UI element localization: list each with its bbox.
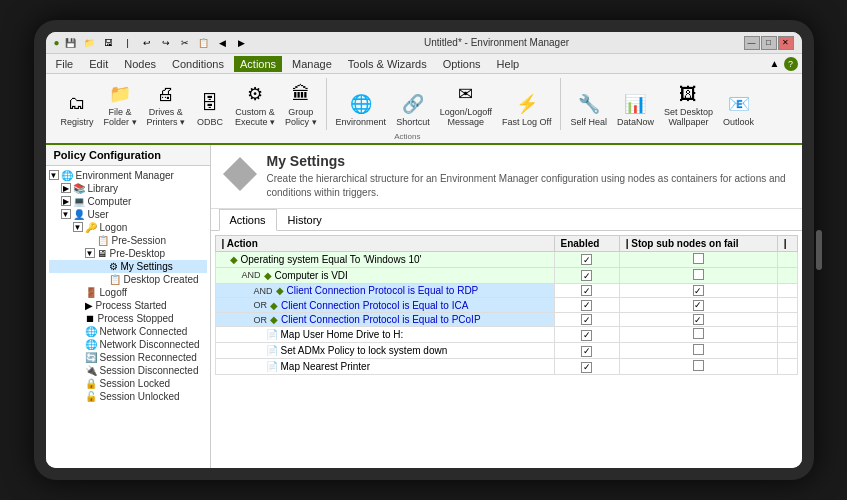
tree-item-computer[interactable]: ▶ 💻 Computer	[49, 195, 207, 208]
minimize-button[interactable]: —	[744, 36, 760, 50]
condition-icon-3: ◆	[276, 285, 284, 296]
logon-message-icon: ✉	[452, 80, 480, 108]
condition-icon-4: ◆	[270, 300, 278, 311]
ribbon-drives-button[interactable]: 🖨 Drives &Printers ▾	[144, 78, 189, 130]
ribbon-datanow-button[interactable]: 📊 DataNow	[614, 88, 657, 130]
menu-manage[interactable]: Manage	[286, 56, 338, 72]
checkbox-stop-7[interactable]	[693, 344, 704, 355]
tree-item-sessiondisconnected[interactable]: 🔌 Session Disconnected	[49, 364, 207, 377]
tree-item-user[interactable]: ▼ 👤 User	[49, 208, 207, 221]
tab-history[interactable]: History	[277, 209, 333, 231]
menu-edit[interactable]: Edit	[83, 56, 114, 72]
save-icon[interactable]: 💾	[63, 35, 79, 51]
ribbon-custom-button[interactable]: ⚙ Custom &Execute ▾	[232, 78, 278, 130]
ribbon-shortcut-button[interactable]: 🔗 Shortcut	[393, 88, 433, 130]
copy-icon[interactable]: 📋	[196, 35, 212, 51]
tree-container[interactable]: ▼ 🌐 Environment Manager ▶ 📚 Library ▶ 💻	[46, 166, 210, 468]
tree-toggle-logon[interactable]: ▼	[73, 222, 83, 232]
ribbon-group-actions: 🗂 Registry 📁 File &Folder ▾ 🖨 Drives &Pr…	[52, 78, 764, 141]
tree-item-library[interactable]: ▶ 📚 Library	[49, 182, 207, 195]
action-cell-5: OR ◆ Client Connection Protocol is Equal…	[215, 312, 554, 327]
tree-item-presession[interactable]: 📋 Pre-Session	[49, 234, 207, 247]
tablet-frame: ● 💾 📁 🖫 | ↩ ↪ ✂ 📋 ◀ ▶ Untitled* - Enviro…	[34, 20, 814, 480]
checkbox-stop-6[interactable]	[693, 328, 704, 339]
ribbon-toggle[interactable]: ▲	[770, 58, 780, 69]
tree-item-sessionlocked[interactable]: 🔒 Session Locked	[49, 377, 207, 390]
checkbox-enabled-2[interactable]: ✓	[581, 270, 592, 281]
tree-item-logon[interactable]: ▼ 🔑 Logon	[49, 221, 207, 234]
ribbon-registry-button[interactable]: 🗂 Registry	[58, 88, 97, 130]
menu-tools[interactable]: Tools & Wizards	[342, 56, 433, 72]
checkbox-enabled-5[interactable]: ✓	[581, 314, 592, 325]
tree-toggle-computer[interactable]: ▶	[61, 196, 71, 206]
tree-toggle-user[interactable]: ▼	[61, 209, 71, 219]
checkbox-stop-1[interactable]	[693, 253, 704, 264]
fastlogoff-icon: ⚡	[513, 90, 541, 118]
ribbon-environment-button[interactable]: 🌐 Environment	[333, 88, 390, 130]
checkbox-enabled-3[interactable]: ✓	[581, 285, 592, 296]
checkbox-enabled-4[interactable]: ✓	[581, 300, 592, 311]
checkbox-stop-8[interactable]	[693, 360, 704, 371]
window-title: Untitled* - Environment Manager	[424, 37, 569, 48]
registry-icon: 🗂	[63, 90, 91, 118]
tree-item-processstarted[interactable]: ▶ Process Started	[49, 299, 207, 312]
tree-item-predesktop[interactable]: ▼ 🖥 Pre-Desktop	[49, 247, 207, 260]
cut-icon[interactable]: ✂	[177, 35, 193, 51]
tree-item-mysettings[interactable]: ⚙ My Settings	[49, 260, 207, 273]
menu-conditions[interactable]: Conditions	[166, 56, 230, 72]
checkbox-enabled-1[interactable]: ✓	[581, 254, 592, 265]
maximize-button[interactable]: □	[761, 36, 777, 50]
tree-label-processstarted: Process Started	[96, 300, 167, 311]
filefolder-label: File &Folder ▾	[104, 108, 137, 128]
ribbon-fastlogoff-button[interactable]: ⚡ Fast Log Off	[499, 88, 554, 130]
checkbox-stop-5[interactable]: ✓	[693, 314, 704, 325]
menu-nodes[interactable]: Nodes	[118, 56, 162, 72]
menu-help[interactable]: Help	[491, 56, 526, 72]
ribbon-group-policy-button[interactable]: 🏛 GroupPolicy ▾	[282, 78, 320, 130]
tree-label-logon: Logon	[100, 222, 128, 233]
action-table-container[interactable]: | Action Enabled | Stop sub nodes on fai…	[211, 231, 802, 468]
back-icon[interactable]: ◀	[215, 35, 231, 51]
redo-icon[interactable]: ↪	[158, 35, 174, 51]
action-label-1: Operating system Equal To 'Windows 10'	[241, 254, 422, 265]
tree-toggle-predesktop[interactable]: ▼	[85, 248, 95, 258]
tree-item-sessionunlocked[interactable]: 🔓 Session Unlocked	[49, 390, 207, 403]
save2-icon[interactable]: 🖫	[101, 35, 117, 51]
ribbon-selfheal-button[interactable]: 🔧 Self Heal	[567, 88, 610, 130]
ribbon-logon-message-button[interactable]: ✉ Logon/LogoffMessage	[437, 78, 495, 130]
tree-toggle-em[interactable]: ▼	[49, 170, 59, 180]
tree-item-desktopcreated[interactable]: 📋 Desktop Created	[49, 273, 207, 286]
tab-actions[interactable]: Actions	[219, 209, 277, 231]
help-icon[interactable]: ?	[784, 57, 798, 71]
tree-toggle-lib[interactable]: ▶	[61, 183, 71, 193]
ribbon-odbc-button[interactable]: 🗄 ODBC	[192, 88, 228, 130]
open-icon[interactable]: 📁	[82, 35, 98, 51]
menu-options[interactable]: Options	[437, 56, 487, 72]
checkbox-stop-4[interactable]: ✓	[693, 300, 704, 311]
prefix-4: OR	[254, 300, 268, 310]
undo-icon[interactable]: ↩	[139, 35, 155, 51]
enabled-cell-1: ✓	[554, 251, 619, 267]
close-button[interactable]: ✕	[778, 36, 794, 50]
tree-item-sessionreconnected[interactable]: 🔄 Session Reconnected	[49, 351, 207, 364]
checkbox-stop-3[interactable]: ✓	[693, 285, 704, 296]
menu-file[interactable]: File	[50, 56, 80, 72]
tree-item-networkdisconnected[interactable]: 🌐 Network Disconnected	[49, 338, 207, 351]
ribbon-group-name: Actions	[394, 132, 420, 141]
sessiondisconnected-icon: 🔌	[85, 365, 97, 376]
tree-item-logoff[interactable]: 🚪 Logoff	[49, 286, 207, 299]
checkbox-enabled-8[interactable]: ✓	[581, 362, 592, 373]
ribbon-filefolder-button[interactable]: 📁 File &Folder ▾	[101, 78, 140, 130]
save3-icon[interactable]: |	[120, 35, 136, 51]
forward-icon[interactable]: ▶	[234, 35, 250, 51]
tree-item-processstopped[interactable]: ⏹ Process Stopped	[49, 312, 207, 325]
menu-actions[interactable]: Actions	[234, 56, 282, 72]
ribbon-wallpaper-button[interactable]: 🖼 Set DesktopWallpaper	[661, 78, 716, 130]
action-cell-6: 📄 Map User Home Drive to H:	[215, 327, 554, 343]
checkbox-enabled-7[interactable]: ✓	[581, 346, 592, 357]
checkbox-stop-2[interactable]	[693, 269, 704, 280]
tree-item-environment-manager[interactable]: ▼ 🌐 Environment Manager	[49, 169, 207, 182]
tree-item-networkconnected[interactable]: 🌐 Network Connected	[49, 325, 207, 338]
ribbon-outlook-button[interactable]: 📧 Outlook	[720, 88, 757, 130]
checkbox-enabled-6[interactable]: ✓	[581, 330, 592, 341]
